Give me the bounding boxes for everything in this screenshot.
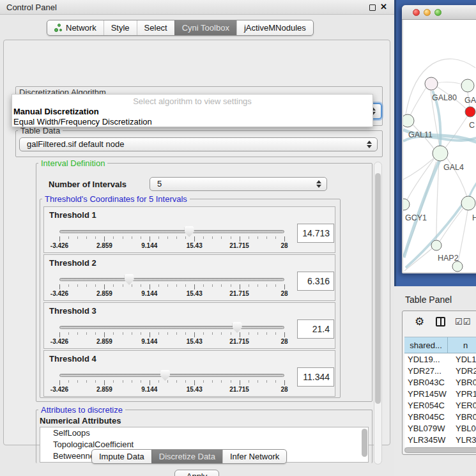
- cell-name[interactable]: YBR0: [448, 377, 476, 388]
- tab-impute-data[interactable]: Impute Data: [92, 450, 151, 463]
- cell-shared-name[interactable]: YBR043C: [404, 377, 448, 388]
- select-columns-icon[interactable]: ☑☑: [455, 317, 471, 326]
- cell-name[interactable]: YDL1: [448, 354, 476, 365]
- slider-track[interactable]: [59, 374, 284, 377]
- tab-discretize-data[interactable]: Discretize Data: [151, 450, 222, 463]
- split-columns-icon[interactable]: [436, 317, 445, 326]
- column-header-name[interactable]: n: [448, 337, 476, 353]
- cell-name[interactable]: YLR3: [448, 434, 476, 446]
- threshold-value-field[interactable]: 6.316: [297, 272, 334, 291]
- network-window-titlebar[interactable]: [402, 5, 476, 20]
- control-panel: Control Panel ✕ Network Style Select Cyn…: [0, 0, 394, 476]
- dropdown-item-manual-discretization[interactable]: Manual Discretization: [13, 107, 99, 116]
- table-panel-region: Table Panel ⚙ ☑☑ shared... n YDL19...YDL…: [394, 286, 476, 476]
- table-horizontal-scrollbar-thumb[interactable]: [404, 447, 476, 453]
- cell-shared-name[interactable]: YBL079W: [404, 423, 448, 434]
- gear-icon[interactable]: ⚙: [415, 315, 424, 328]
- node-label: GA: [464, 96, 476, 105]
- cell-shared-name[interactable]: YDL19...: [404, 354, 448, 365]
- cell-shared-name[interactable]: YBR045C: [404, 411, 448, 423]
- network-canvas[interactable]: GAL80GACGAL11GAL4GCY1HHAP2: [403, 20, 476, 272]
- slider-handle[interactable]: [160, 370, 170, 381]
- slider-tick-label: 15.43: [187, 338, 203, 345]
- gal80-node[interactable]: [425, 77, 438, 90]
- top-node[interactable]: [461, 79, 474, 92]
- apply-button[interactable]: Apply: [174, 470, 219, 476]
- tab-select[interactable]: Select: [137, 20, 174, 35]
- threshold-slider[interactable]: -3.4262.8599.14415.4321.71528: [59, 273, 284, 300]
- column-header-shared-name[interactable]: shared...: [404, 337, 448, 353]
- close-icon[interactable]: ✕: [380, 2, 387, 12]
- tab-infer-network[interactable]: Infer Network: [222, 450, 286, 463]
- threshold-slider[interactable]: -3.4262.8599.14415.4321.71528: [59, 369, 284, 395]
- red-node[interactable]: [465, 107, 475, 117]
- h-node[interactable]: [461, 196, 475, 210]
- network-nodes[interactable]: [403, 77, 475, 272]
- slider-tick-label: 2.859: [96, 290, 112, 297]
- number-of-intervals-combobox[interactable]: 5: [150, 177, 327, 191]
- cell-name[interactable]: YDR2: [448, 365, 476, 377]
- threshold-label: Threshold 3: [49, 306, 96, 316]
- cell-name[interactable]: YER0: [448, 400, 476, 411]
- threshold-value-field[interactable]: 11.344: [297, 367, 334, 387]
- tab-cyni-toolbox[interactable]: Cyni Toolbox: [174, 20, 236, 35]
- slider-tick-label: 28: [280, 242, 288, 249]
- zoom-traffic-light-icon[interactable]: [434, 9, 441, 16]
- table-row[interactable]: YER054CYER0: [404, 400, 476, 411]
- slider-track[interactable]: [59, 326, 284, 329]
- attributes-list-scrollbar[interactable]: [362, 429, 367, 457]
- table-row[interactable]: YBR045CYBR0: [404, 411, 476, 423]
- table-horizontal-scrollbar[interactable]: [404, 447, 476, 453]
- gcy1-node[interactable]: [403, 199, 410, 210]
- table-row[interactable]: YBL079WYBL0: [404, 423, 476, 434]
- cell-name[interactable]: YPR1: [448, 388, 476, 400]
- gal11-node[interactable]: [403, 114, 414, 127]
- slider-tick-label: 28: [280, 386, 288, 393]
- slider-tick-labels: -3.4262.8599.14415.4321.71528: [59, 386, 284, 394]
- slider-tick-label: 21.715: [229, 386, 249, 393]
- tab-jactivemnodules[interactable]: jActiveMNodules: [236, 20, 313, 35]
- slider-handle[interactable]: [125, 274, 134, 285]
- slider-tick-label: 15.43: [187, 386, 203, 393]
- slider-track[interactable]: [59, 278, 284, 281]
- table-row[interactable]: YBR043CYBR0: [404, 377, 476, 388]
- table-row[interactable]: YPR145WYPR1: [404, 388, 476, 400]
- slider-tick-labels: -3.4262.8599.14415.4321.71528: [59, 338, 284, 346]
- settings-scrollbar[interactable]: [374, 162, 382, 464]
- table-panel-title: Table Panel: [405, 295, 452, 305]
- table-data-combobox[interactable]: galFiltered.sif default node: [19, 137, 378, 151]
- hap2-node[interactable]: [431, 240, 441, 250]
- cell-shared-name[interactable]: YER054C: [404, 400, 448, 411]
- cell-name[interactable]: YBL0: [448, 423, 476, 434]
- cell-shared-name[interactable]: YDR27...: [404, 365, 448, 377]
- close-traffic-light-icon[interactable]: [413, 9, 420, 16]
- threshold-block: Threshold 2 -3.4262.8599.14415.4321.7152…: [43, 254, 335, 301]
- float-window-icon[interactable]: [369, 4, 376, 11]
- cell-shared-name[interactable]: YLR345W: [404, 434, 448, 446]
- cell-shared-name[interactable]: YPR145W: [404, 388, 448, 400]
- tab-style[interactable]: Style: [104, 20, 137, 35]
- threshold-slider[interactable]: -3.4262.8599.14415.4321.71528: [59, 321, 284, 348]
- settings-scrollbar-thumb[interactable]: [375, 173, 381, 404]
- table-row[interactable]: YDR27...YDR2: [404, 365, 476, 377]
- tab-network[interactable]: Network: [47, 20, 104, 35]
- threshold-label: Threshold 1: [49, 210, 96, 220]
- slider-track[interactable]: [59, 230, 284, 233]
- threshold-value-field[interactable]: 14.713: [297, 224, 334, 243]
- slider-major-ticks: [59, 332, 285, 337]
- slider-handle[interactable]: [185, 226, 194, 237]
- network-graph: GAL80GACGAL11GAL4GCY1HHAP2: [403, 20, 476, 272]
- number-of-intervals-label: Number of Intervals: [49, 180, 127, 189]
- attribute-list-item[interactable]: SelfLoops: [40, 427, 368, 439]
- table-row[interactable]: YDL19...YDL1: [404, 354, 476, 365]
- threshold-slider[interactable]: -3.4262.8599.14415.4321.71528: [59, 225, 284, 252]
- cell-name[interactable]: YBR0: [448, 411, 476, 423]
- bottom-node[interactable]: [452, 261, 463, 272]
- threshold-value-field[interactable]: 21.4: [297, 319, 334, 339]
- table-row[interactable]: YLR345WYLR3: [404, 434, 476, 446]
- minimize-traffic-light-icon[interactable]: [424, 9, 431, 16]
- node-label: GAL4: [443, 163, 464, 172]
- gal4-node[interactable]: [433, 146, 448, 161]
- dropdown-item-equal-width-frequency[interactable]: Equal Width/Frequency Discretization: [13, 117, 152, 127]
- slider-handle[interactable]: [233, 322, 242, 333]
